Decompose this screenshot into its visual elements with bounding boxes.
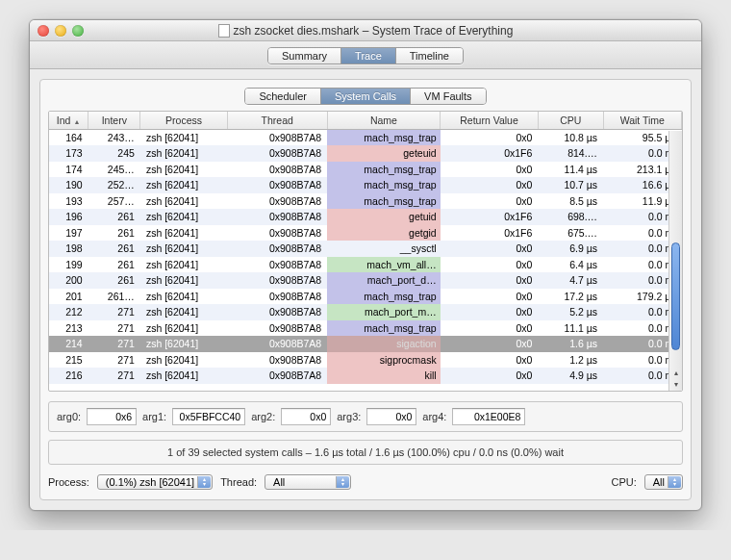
cell: mach_port_d… xyxy=(327,272,440,289)
cell: getuid xyxy=(327,209,440,225)
table-row[interactable]: 201261…zsh [62041]0x908B7A8mach_msg_trap… xyxy=(49,289,682,305)
cell: mach_port_m… xyxy=(327,304,440,320)
table-row[interactable]: 214271zsh [62041]0x908B7A8sigaction0x01.… xyxy=(49,336,682,352)
cell: 261 xyxy=(88,225,140,242)
cell: 190 xyxy=(49,177,88,193)
titlebar: zsh zsocket dies.mshark – System Trace o… xyxy=(30,20,701,41)
col-return-value[interactable]: Return Value xyxy=(441,112,539,130)
cell: 0x908B7A8 xyxy=(227,368,327,384)
cell: getgid xyxy=(327,225,440,242)
document-icon xyxy=(218,24,230,38)
table-row[interactable]: 216271zsh [62041]0x908B7A8kill0x04.9 µs0… xyxy=(49,368,682,384)
cell: sigprocmask xyxy=(327,352,440,369)
cell: 261 xyxy=(88,241,140,257)
cell: 271 xyxy=(88,336,140,352)
thread-filter-popup[interactable]: All ▴▾ xyxy=(265,474,351,490)
sub-tabs: Scheduler System Calls VM Faults xyxy=(244,88,486,105)
cell: mach_msg_trap xyxy=(327,320,440,337)
app-window: zsh zsocket dies.mshark – System Trace o… xyxy=(29,19,702,511)
cell: 675.… xyxy=(538,225,603,242)
minimize-button[interactable] xyxy=(55,25,66,37)
arg1-field[interactable] xyxy=(172,408,245,425)
table-row[interactable]: 212271zsh [62041]0x908B7A8mach_port_m…0x… xyxy=(49,304,682,320)
cell: 196 xyxy=(49,209,88,225)
arg4-field[interactable] xyxy=(452,408,525,425)
tab-vm-faults[interactable]: VM Faults xyxy=(411,89,486,104)
cell: 0x0 xyxy=(441,289,539,305)
table-row[interactable]: 196261zsh [62041]0x908B7A8getuid0x1F6698… xyxy=(49,209,682,225)
cell: 245… xyxy=(88,162,140,178)
cell: zsh [62041] xyxy=(140,289,227,305)
chevron-updown-icon: ▴▾ xyxy=(668,476,681,488)
chevron-updown-icon: ▴▾ xyxy=(197,476,211,488)
col-cpu[interactable]: CPU xyxy=(538,112,603,130)
arg2-field[interactable] xyxy=(281,408,331,425)
arg3-field[interactable] xyxy=(366,408,416,425)
cell: 0x908B7A8 xyxy=(227,352,327,369)
cell: zsh [62041] xyxy=(140,352,227,369)
zoom-button[interactable] xyxy=(72,25,84,37)
chevron-updown-icon: ▴▾ xyxy=(336,476,349,488)
table-row[interactable]: 193257…zsh [62041]0x908B7A8mach_msg_trap… xyxy=(49,193,682,210)
tab-scheduler[interactable]: Scheduler xyxy=(245,89,321,104)
cpu-filter-popup[interactable]: All ▴▾ xyxy=(644,474,683,490)
cell: 1.2 µs xyxy=(538,352,603,369)
cell: 261 xyxy=(88,257,140,273)
col-interv[interactable]: Interv xyxy=(88,112,140,130)
table-row[interactable]: 197261zsh [62041]0x908B7A8getgid0x1F6675… xyxy=(49,225,682,242)
cell: 11.1 µs xyxy=(538,320,603,337)
cell: 0x0 xyxy=(441,336,539,352)
tab-summary[interactable]: Summary xyxy=(268,48,341,64)
cell: 10.7 µs xyxy=(538,177,603,193)
table-row[interactable]: 215271zsh [62041]0x908B7A8sigprocmask0x0… xyxy=(49,352,682,369)
arg2-label: arg2: xyxy=(251,411,275,422)
cell: 4.7 µs xyxy=(538,272,603,289)
traffic-lights xyxy=(38,25,84,37)
table-row[interactable]: 200261zsh [62041]0x908B7A8mach_port_d…0x… xyxy=(49,272,682,289)
arg4-label: arg4: xyxy=(422,411,446,422)
cell: 216 xyxy=(49,368,88,384)
close-button[interactable] xyxy=(38,25,49,37)
vertical-scrollbar[interactable]: ▴ ▾ xyxy=(668,131,682,391)
scroll-down-icon[interactable]: ▾ xyxy=(671,379,681,391)
table-row[interactable]: 190252…zsh [62041]0x908B7A8mach_msg_trap… xyxy=(49,177,682,193)
col-ind[interactable]: Ind xyxy=(49,112,88,130)
scroll-up-icon[interactable]: ▴ xyxy=(671,368,681,379)
table-row[interactable]: 213271zsh [62041]0x908B7A8mach_msg_trap0… xyxy=(49,320,682,337)
cell: 0x0 xyxy=(441,304,539,320)
cell: 199 xyxy=(49,257,88,273)
cell: geteuid xyxy=(327,145,440,162)
table-row[interactable]: 174245…zsh [62041]0x908B7A8mach_msg_trap… xyxy=(49,162,682,178)
cell: 213 xyxy=(49,320,88,337)
arg0-field[interactable] xyxy=(87,408,137,425)
selection-status: 1 of 39 selected system calls – 1.6 µs t… xyxy=(48,440,683,465)
tab-trace[interactable]: Trace xyxy=(341,48,396,64)
tab-system-calls[interactable]: System Calls xyxy=(321,89,411,104)
cell: 0x908B7A8 xyxy=(227,241,327,257)
cell: zsh [62041] xyxy=(140,257,227,273)
cell: 200 xyxy=(49,272,88,289)
col-thread[interactable]: Thread xyxy=(227,112,327,130)
cell: zsh [62041] xyxy=(140,177,227,193)
process-filter-label: Process: xyxy=(48,476,89,488)
syscall-table: Ind Interv Process Thread Name Return Va… xyxy=(49,112,682,384)
col-wait-time[interactable]: Wait Time xyxy=(603,112,681,130)
table-row[interactable]: 164243…zsh [62041]0x908B7A8mach_msg_trap… xyxy=(49,130,682,146)
table-row[interactable]: 173245zsh [62041]0x908B7A8geteuid0x1F681… xyxy=(49,145,682,162)
scroll-thumb[interactable] xyxy=(671,242,680,350)
cell: 0x908B7A8 xyxy=(227,145,327,162)
cell: mach_msg_trap xyxy=(327,130,440,146)
col-name[interactable]: Name xyxy=(327,112,440,130)
cell: 0x0 xyxy=(441,272,539,289)
cell: 257… xyxy=(88,193,140,210)
col-process[interactable]: Process xyxy=(140,112,227,130)
cell: 0x0 xyxy=(441,368,539,384)
cell: 6.9 µs xyxy=(538,241,603,257)
cell: 0x908B7A8 xyxy=(227,304,327,320)
process-filter-popup[interactable]: (0.1%) zsh [62041] ▴▾ xyxy=(97,474,213,490)
table-row[interactable]: 199261zsh [62041]0x908B7A8mach_vm_all…0x… xyxy=(49,257,682,273)
cell: zsh [62041] xyxy=(140,304,227,320)
table-row[interactable]: 198261zsh [62041]0x908B7A8__sysctl0x06.9… xyxy=(49,241,682,257)
tab-timeline[interactable]: Timeline xyxy=(396,48,463,64)
cell: mach_vm_all… xyxy=(327,257,440,273)
